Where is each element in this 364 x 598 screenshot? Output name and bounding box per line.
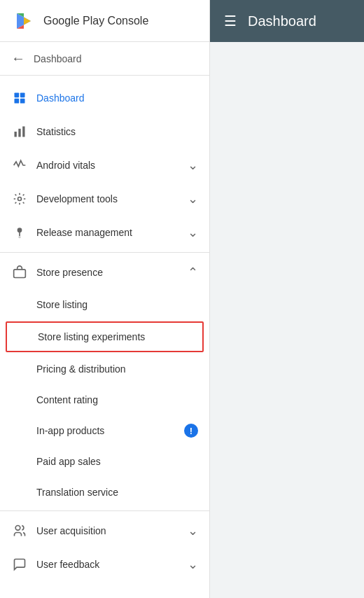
statistics-label: Statistics [36,126,198,137]
divider-1 [0,252,209,253]
user-acquisition-chevron: ⌄ [188,523,198,538]
statistics-icon [11,123,28,140]
svg-rect-11 [22,127,24,137]
sub-item-paid-app-sales[interactable]: Paid app sales [0,446,209,477]
sidebar-item-statistics[interactable]: Statistics [0,115,209,148]
dashboard-label: Dashboard [36,92,198,104]
svg-point-14 [18,236,20,238]
svg-rect-8 [20,99,25,104]
sidebar-item-android-vitals[interactable]: Android vitals ⌄ [0,148,209,182]
release-label: Release management [36,227,188,238]
user-acquisition-icon [11,522,28,539]
user-feedback-label: User feedback [36,559,188,570]
svg-point-13 [18,228,22,232]
main-header: ☰ Dashboard [210,0,364,42]
app-title: Google Play Console [43,15,148,27]
svg-point-17 [15,526,20,531]
main-content [210,42,364,598]
store-listing-experiments-label: Store listing experiments [38,331,145,342]
divider-2 [0,510,209,511]
user-acquisition-label: User acquisition [36,525,188,536]
paid-app-sales-label: Paid app sales [36,456,101,467]
all-apps-label: Dashboard [34,53,82,64]
content-rating-label: Content rating [36,394,98,405]
back-arrow-icon: ← [11,50,25,67]
app-container: Google Play Console ← Dashboard Dashboar… [0,0,364,598]
translation-service-label: Translation service [36,487,118,498]
svg-rect-16 [14,270,26,278]
svg-rect-6 [20,93,25,98]
android-vitals-chevron: ⌄ [188,158,198,173]
play-console-logo [11,8,36,34]
svg-rect-9 [15,132,17,137]
dev-tools-chevron: ⌄ [188,191,198,207]
sub-item-in-app-products[interactable]: In-app products ! [0,415,209,446]
sidebar: Google Play Console ← Dashboard Dashboar… [0,0,210,598]
main-title: Dashboard [248,13,316,29]
svg-rect-7 [15,99,20,104]
store-presence-chevron: ⌃ [188,265,198,280]
sub-item-content-rating[interactable]: Content rating [0,384,209,415]
sidebar-item-store-presence[interactable]: Store presence ⌃ [0,256,209,289]
svg-rect-10 [18,129,20,137]
sidebar-item-release-management[interactable]: Release management ⌄ [0,216,209,249]
android-vitals-label: Android vitals [36,160,188,171]
pricing-distribution-label: Pricing & distribution [36,363,126,375]
user-feedback-chevron: ⌄ [188,557,198,572]
vitals-icon [11,157,28,174]
svg-point-12 [18,197,22,201]
hamburger-icon[interactable]: ☰ [224,13,237,29]
sub-item-pricing-distribution[interactable]: Pricing & distribution [0,354,209,384]
sub-item-store-listing-experiments[interactable]: Store listing experiments [6,321,204,352]
store-listing-label: Store listing [36,299,88,310]
sub-item-store-listing[interactable]: Store listing [0,289,209,320]
sub-item-translation-service[interactable]: Translation service [0,477,209,508]
svg-rect-5 [15,93,20,98]
nav-section: Dashboard Statistics Android vitals ⌄ [0,76,209,587]
sidebar-item-dev-tools[interactable]: Development tools ⌄ [0,182,209,216]
release-icon [11,224,28,241]
dev-tools-label: Development tools [36,193,188,204]
sidebar-item-user-feedback[interactable]: User feedback ⌄ [0,548,209,581]
release-chevron: ⌄ [188,225,198,240]
dashboard-icon [11,90,28,106]
store-presence-label: Store presence [36,267,188,278]
sidebar-item-dashboard[interactable]: Dashboard [0,81,209,115]
back-to-all-apps[interactable]: ← Dashboard [0,42,209,76]
in-app-products-badge: ! [184,424,198,438]
store-icon [11,264,28,281]
sidebar-header: Google Play Console [0,0,209,42]
main-panel: ☰ Dashboard [210,0,364,598]
in-app-products-label: In-app products [36,425,104,436]
user-feedback-icon [11,556,28,573]
sidebar-item-user-acquisition[interactable]: User acquisition ⌄ [0,514,209,548]
dev-tools-icon [11,190,28,207]
